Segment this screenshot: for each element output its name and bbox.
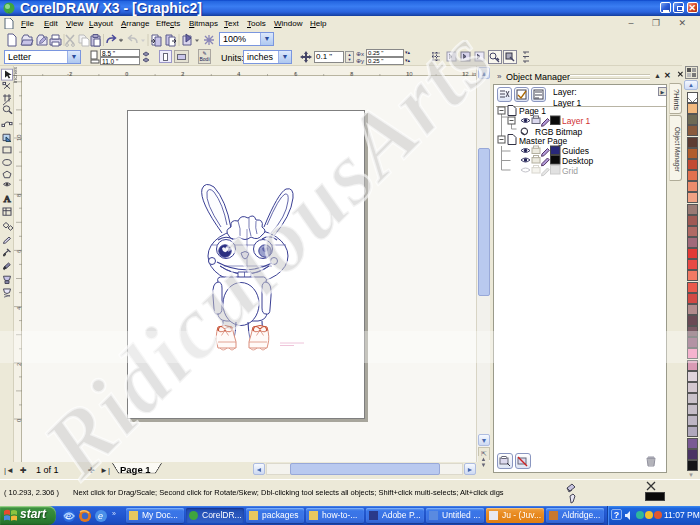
svg-text:8: 8 <box>16 193 22 197</box>
svg-text:10: 10 <box>16 134 22 141</box>
svg-text:A: A <box>4 193 11 203</box>
svg-text:0: 0 <box>16 418 22 422</box>
svg-text:Master Page: Master Page <box>519 136 567 146</box>
svg-text:Page 1: Page 1 <box>519 106 546 116</box>
svg-text:Guides: Guides <box>562 146 589 156</box>
svg-text:6: 6 <box>16 249 22 253</box>
svg-text:Grid: Grid <box>562 166 578 176</box>
svg-text:Layer 1: Layer 1 <box>562 116 591 126</box>
svg-text:»: » <box>112 510 116 517</box>
svg-text:e: e <box>98 511 103 521</box>
svg-text:⊕y: ⊕y <box>356 58 364 64</box>
svg-text:e: e <box>66 511 71 521</box>
svg-text:Desktop: Desktop <box>562 156 593 166</box>
svg-text:⊕x: ⊕x <box>356 51 364 57</box>
